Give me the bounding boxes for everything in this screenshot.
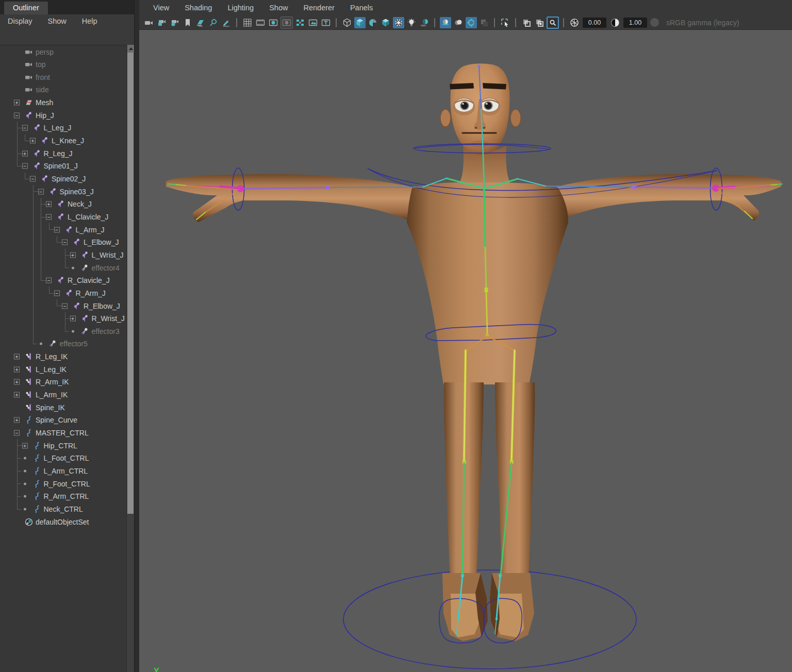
expand-toggle[interactable]: + — [14, 366, 20, 372]
outliner-item-r_clavicle_j[interactable]: −R_Clavicle_J — [0, 274, 127, 287]
outliner-menu-help[interactable]: Help — [74, 17, 105, 25]
resolution-gate-button[interactable] — [268, 17, 279, 28]
outliner-item-front[interactable]: front — [0, 71, 127, 83]
outliner-item-r_arm_ctrl[interactable]: R_Arm_CTRL — [0, 490, 127, 503]
outliner-item-r_leg_j[interactable]: +R_Leg_J — [0, 147, 127, 160]
select-tool-button[interactable] — [500, 17, 511, 28]
outliner-item-effector5[interactable]: effector5 — [0, 338, 127, 350]
outliner-item-l_arm_ctrl[interactable]: L_Arm_CTRL — [0, 464, 127, 477]
outliner-item-defaultobjectset[interactable]: defaultObjectSet — [0, 515, 127, 528]
outliner-menu-display[interactable]: Display — [0, 17, 40, 25]
colorspace-toggle[interactable] — [650, 18, 659, 27]
gate-mask-button[interactable] — [280, 16, 293, 29]
expand-toggle[interactable]: + — [70, 252, 76, 258]
isolate-select-button[interactable] — [521, 17, 532, 28]
outliner-item-l_wrist_j[interactable]: +L_Wrist_J — [0, 248, 127, 261]
exposure-button[interactable] — [569, 17, 580, 28]
outliner-item-spine03_j[interactable]: −Spine03_J — [0, 185, 127, 198]
expand-toggle[interactable]: + — [14, 392, 20, 398]
outliner-item-r_arm_ik[interactable]: +R_Arm_IK — [0, 376, 127, 389]
exposure-field[interactable]: 0.00 — [583, 18, 606, 28]
wireframe-cube-button[interactable] — [341, 17, 353, 28]
use-all-lights-button[interactable] — [393, 17, 404, 28]
expand-toggle[interactable]: + — [70, 316, 76, 322]
outliner-item-r_leg_ik[interactable]: +R_Leg_IK — [0, 350, 127, 363]
expand-toggle[interactable]: − — [62, 303, 68, 309]
safe-title-button[interactable] — [320, 17, 332, 28]
outliner-item-l_leg_j[interactable]: −L_Leg_J — [0, 122, 127, 135]
depth-of-field-button[interactable] — [478, 17, 490, 28]
flat-shade-button[interactable] — [367, 17, 378, 28]
outliner-item-top[interactable]: top — [0, 58, 127, 71]
outliner-menu-show[interactable]: Show — [40, 17, 74, 25]
expand-toggle[interactable]: − — [30, 176, 36, 182]
outliner-item-l_knee_j[interactable]: +L_Knee_J — [0, 135, 127, 147]
expand-toggle[interactable]: + — [14, 354, 20, 360]
outliner-item-spine_curve[interactable]: +Spine_Curve — [0, 414, 127, 427]
contrast-button[interactable] — [609, 17, 621, 28]
outliner-item-hip_j[interactable]: −Hip_J — [0, 109, 127, 122]
expand-toggle[interactable]: − — [22, 163, 28, 169]
outliner-item-r_elbow_j[interactable]: −R_Elbow_J — [0, 299, 127, 312]
outliner-item-l_foot_ctrl[interactable]: L_Foot_CTRL — [0, 452, 127, 465]
viewport-menu-shading[interactable]: Shading — [177, 4, 220, 12]
outliner-item-neck_j[interactable]: +Neck_J — [0, 198, 127, 211]
expand-toggle[interactable]: + — [14, 417, 20, 423]
expand-toggle[interactable]: + — [14, 379, 20, 385]
camera-highlight-button[interactable] — [547, 16, 559, 29]
outliner-item-l_arm_ik[interactable]: +L_Arm_IK — [0, 389, 127, 401]
grid-button[interactable] — [242, 17, 253, 28]
expand-toggle[interactable]: − — [38, 189, 44, 194]
camera-locked-button[interactable] — [156, 17, 168, 28]
expand-toggle[interactable]: − — [54, 290, 60, 296]
viewport-canvas[interactable]: Y — [139, 30, 792, 672]
grease-pencil-button[interactable] — [221, 17, 232, 28]
expand-toggle[interactable]: − — [46, 214, 52, 220]
master-ctrl-circle[interactable] — [343, 570, 636, 669]
viewport-menu-show[interactable]: Show — [261, 4, 295, 12]
expand-toggle[interactable]: + — [22, 150, 28, 156]
viewport-menu-renderer[interactable]: Renderer — [295, 4, 342, 12]
image-plane-button[interactable] — [195, 17, 206, 28]
outliner-item-l_leg_ik[interactable]: +L_Leg_IK — [0, 363, 127, 376]
outliner-item-l_elbow_j[interactable]: −L_Elbow_J — [0, 236, 127, 249]
scrollbar-up-button[interactable] — [127, 45, 134, 53]
expand-toggle[interactable]: + — [22, 443, 28, 448]
expand-toggle[interactable]: − — [22, 125, 28, 131]
viewport-menu-panels[interactable]: Panels — [342, 4, 381, 12]
outliner-item-r_foot_ctrl[interactable]: R_Foot_CTRL — [0, 477, 127, 490]
viewport-menu-view[interactable]: View — [145, 4, 177, 12]
expand-toggle[interactable]: − — [14, 430, 20, 436]
shaded-cube-button[interactable] — [354, 17, 366, 28]
motion-blur-button[interactable] — [453, 17, 464, 28]
film-gate-button[interactable] — [255, 17, 266, 28]
outliner-item-side[interactable]: side — [0, 83, 127, 96]
isolate-selected-button[interactable] — [534, 17, 545, 28]
outliner-item-l_clavicle_j[interactable]: −L_Clavicle_J — [0, 210, 127, 223]
outliner-item-mesh[interactable]: +Mesh — [0, 96, 127, 109]
character-model[interactable] — [166, 63, 781, 641]
viewport-menu-lighting[interactable]: Lighting — [220, 4, 261, 12]
tab-outliner[interactable]: Outliner — [4, 2, 48, 14]
camera-attrs-button[interactable] — [169, 17, 180, 28]
expand-toggle[interactable]: + — [14, 100, 20, 106]
expand-toggle[interactable]: − — [46, 278, 52, 283]
expand-toggle[interactable]: − — [14, 112, 20, 118]
default-light-button[interactable] — [406, 17, 417, 28]
outliner-item-l_arm_j[interactable]: −L_Arm_J — [0, 223, 127, 236]
outliner-item-spine01_j[interactable]: −Spine01_J — [0, 160, 127, 173]
outliner-item-spine_ik[interactable]: Spine_IK — [0, 401, 127, 414]
camera-button[interactable] — [143, 17, 155, 28]
outliner-item-hip_ctrl[interactable]: +Hip_CTRL — [0, 439, 127, 452]
ambient-occlusion-button[interactable] — [440, 17, 451, 28]
safe-action-button[interactable] — [307, 17, 319, 28]
outliner-item-effector4[interactable]: effector4 — [0, 261, 127, 274]
outliner-item-r_wrist_j[interactable]: +R_Wrist_J — [0, 312, 127, 325]
outliner-item-r_arm_j[interactable]: −R_Arm_J — [0, 287, 127, 299]
bookmark-button[interactable] — [182, 17, 193, 28]
pan-zoom-button[interactable] — [208, 17, 219, 28]
expand-toggle[interactable]: + — [30, 138, 36, 144]
anti-aliasing-button[interactable] — [466, 17, 477, 28]
expand-toggle[interactable]: − — [54, 227, 60, 232]
outliner-item-effector3[interactable]: effector3 — [0, 325, 127, 338]
